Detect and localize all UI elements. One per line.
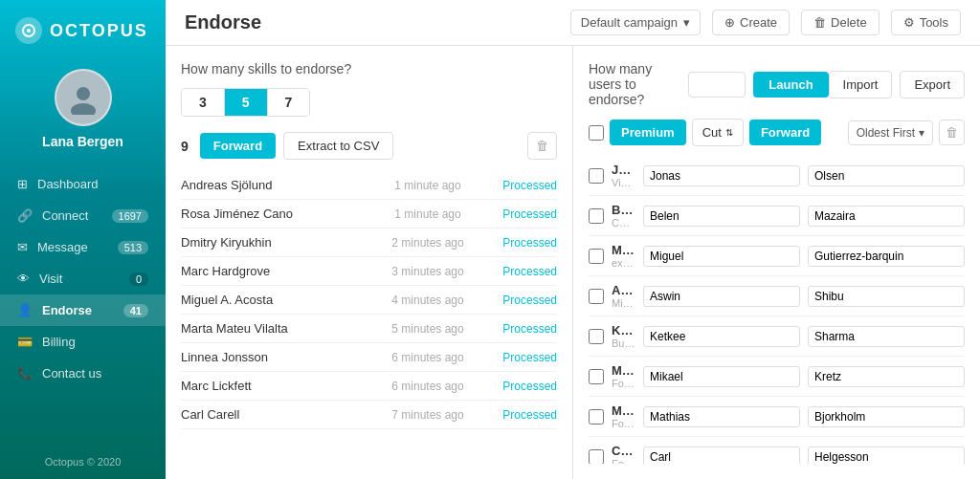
user-info: Jonas Olsen Vice President Vi... 8 minut… — [612, 163, 635, 188]
launch-count-input[interactable] — [688, 72, 746, 98]
user-first-name-input[interactable] — [643, 165, 800, 186]
create-button[interactable]: ⊕ Create — [712, 10, 790, 35]
user-last-name-input[interactable] — [808, 286, 965, 307]
skill-btn-7[interactable]: 7 — [268, 89, 310, 116]
endorse-name: Marta Mateu Vilalta — [181, 321, 375, 336]
endorse-time: 5 minutes ago — [375, 322, 480, 336]
user-checkbox[interactable] — [589, 409, 604, 425]
sidebar-item-endorse[interactable]: 👤Endorse41 — [0, 294, 166, 326]
sidebar-item-connect[interactable]: 🔗Connect1697 — [0, 200, 166, 231]
user-last-name-input[interactable] — [808, 326, 965, 347]
launch-button[interactable]: Launch — [753, 72, 828, 98]
user-first-name-input[interactable] — [643, 326, 800, 347]
right-delete-button[interactable]: 🗑 — [939, 120, 965, 145]
page-title: Endorse — [185, 11, 261, 33]
user-row: Carl Helgesson Founder & CEO a... 8 minu… — [589, 437, 965, 464]
sidebar-item-label-contact: Contact us — [42, 366, 101, 381]
svg-point-1 — [27, 29, 31, 33]
cut-button[interactable]: Cut ⇅ — [692, 119, 744, 146]
page-header: Endorse Default campaign ▾ ⊕ Create 🗑 De… — [166, 0, 980, 46]
sidebar-item-label-dashboard: Dashboard — [37, 177, 99, 191]
user-job-title: Founder and Exec... 8 minutes ago — [612, 378, 635, 389]
endorse-name: Dmitry Kiryukhin — [181, 235, 375, 250]
skill-btn-3[interactable]: 3 — [182, 89, 225, 116]
endorsement-row: Dmitry Kiryukhin 2 minutes ago Processed — [181, 229, 557, 257]
sort-dropdown[interactable]: Oldest First ▾ — [848, 120, 933, 145]
endorse-name: Linnea Jonsson — [181, 350, 375, 364]
user-last-name-input[interactable] — [808, 406, 965, 427]
user-checkbox[interactable] — [589, 249, 604, 264]
sort-arrows-icon: ⇅ — [725, 127, 733, 138]
user-row: Jonas Olsen Vice President Vi... 8 minut… — [589, 156, 965, 196]
user-first-name-input[interactable] — [643, 366, 800, 387]
sidebar-item-visit[interactable]: 👁Visit0 — [0, 263, 166, 294]
user-row: Ketkee Sharma Business Develop... 8 minu… — [589, 316, 965, 357]
extract-csv-button[interactable]: Extract to CSV — [283, 132, 393, 160]
import-button[interactable]: Import — [829, 71, 893, 98]
export-button[interactable]: Export — [900, 71, 965, 98]
delete-button[interactable]: 🗑 Delete — [801, 10, 880, 35]
gear-icon: ⚙ — [903, 15, 915, 30]
launch-area: How many users to endorse? Launch — [589, 61, 829, 107]
user-first-name-input[interactable] — [643, 406, 800, 427]
endorse-name: Andreas Sjölund — [181, 178, 375, 192]
user-first-name-input[interactable] — [643, 446, 800, 465]
user-checkbox[interactable] — [589, 449, 604, 465]
user-list: Jonas Olsen Vice President Vi... 8 minut… — [589, 156, 965, 464]
user-checkbox[interactable] — [589, 208, 604, 224]
premium-button[interactable]: Premium — [610, 120, 686, 145]
skills-section-title: How many skills to endorse? — [181, 61, 557, 76]
user-job-title: CEO at SPIKE TEC... 8 minutes ago — [612, 217, 635, 229]
sidebar-item-dashboard[interactable]: ⊞Dashboard — [0, 168, 166, 200]
user-first-name-input[interactable] — [643, 246, 800, 267]
plus-circle-icon: ⊕ — [724, 15, 735, 30]
endorse-status: Processed — [480, 322, 557, 336]
left-toolbar: 9 Forward Extract to CSV 🗑 — [181, 132, 557, 160]
delete-list-button[interactable]: 🗑 — [527, 132, 557, 160]
forward-button[interactable]: Forward — [200, 133, 276, 159]
right-forward-button[interactable]: Forward — [749, 120, 821, 145]
user-last-name-input[interactable] — [808, 446, 965, 465]
user-checkbox[interactable] — [589, 369, 604, 384]
right-panel: How many users to endorse? Launch Import… — [573, 46, 980, 479]
user-first-name-input[interactable] — [643, 286, 800, 307]
endorse-status: Processed — [480, 294, 557, 307]
skill-btn-5[interactable]: 5 — [225, 89, 268, 116]
chevron-down-icon: ▾ — [919, 126, 924, 140]
sidebar-item-contact[interactable]: 📞Contact us — [0, 358, 166, 389]
contact-icon: 📞 — [17, 366, 33, 381]
user-name: Mikael Kretz — [612, 363, 635, 378]
endorse-icon: 👤 — [17, 303, 33, 317]
main-area: Endorse Default campaign ▾ ⊕ Create 🗑 De… — [166, 0, 980, 479]
sidebar-item-label-connect: Connect — [42, 208, 88, 223]
user-last-name-input[interactable] — [808, 366, 965, 387]
endorse-time: 6 minutes ago — [375, 380, 480, 393]
endorse-status: Processed — [480, 207, 557, 221]
right-toolbar: Premium Cut ⇅ Forward Oldest First ▾ 🗑 — [589, 119, 965, 146]
nav-badge-message: 513 — [118, 241, 148, 254]
user-last-name-input[interactable] — [808, 165, 965, 186]
trash-icon: 🗑 — [536, 139, 548, 153]
user-last-name-input[interactable] — [808, 246, 965, 267]
endorse-status: Processed — [480, 265, 557, 278]
user-job-title: Business Develop... 8 minutes ago — [612, 337, 635, 349]
select-all-checkbox[interactable] — [589, 125, 604, 141]
endorsement-list: Andreas Sjölund 1 minute ago Processed R… — [181, 171, 557, 464]
user-checkbox[interactable] — [589, 329, 604, 344]
sidebar-footer: Octopus © 2020 — [0, 445, 166, 479]
user-info: Belén Mazaira CEO at SPIKE TEC... 8 minu… — [612, 203, 635, 229]
user-name: Aswin Shibu — [612, 283, 635, 297]
user-first-name-input[interactable] — [643, 206, 800, 227]
endorse-name: Marc Hardgrove — [181, 264, 375, 278]
campaign-dropdown[interactable]: Default campaign ▾ — [570, 10, 701, 35]
user-checkbox[interactable] — [589, 168, 604, 184]
dashboard-icon: ⊞ — [17, 177, 28, 191]
tools-button[interactable]: ⚙ Tools — [891, 10, 961, 35]
sidebar-item-label-endorse: Endorse — [42, 303, 92, 317]
user-checkbox[interactable] — [589, 289, 604, 304]
user-name: Jonas Olsen — [612, 163, 635, 177]
user-last-name-input[interactable] — [808, 206, 965, 227]
sidebar-item-billing[interactable]: 💳Billing — [0, 326, 166, 358]
sidebar-item-message[interactable]: ✉Message513 — [0, 231, 166, 263]
user-avatar-section: Lana Bergen — [0, 54, 166, 161]
